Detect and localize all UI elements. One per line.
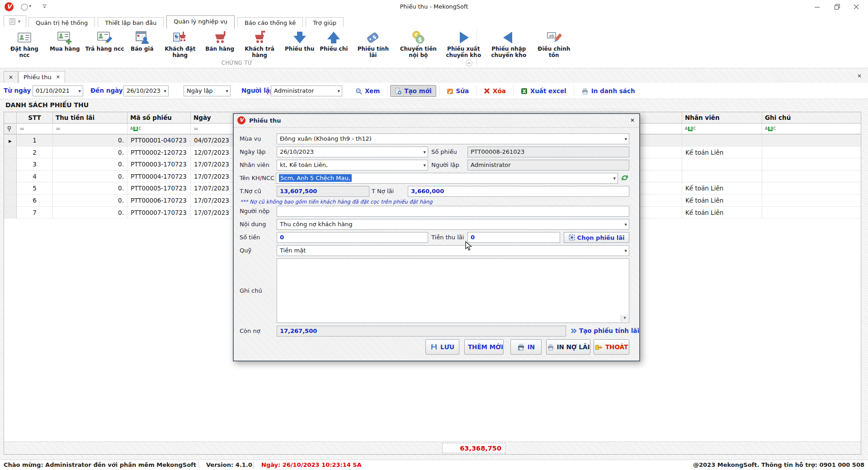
ribbon-item-tra-hang-ncc[interactable]: Trả hàng ncc bbox=[83, 28, 127, 53]
creator-field: Administrator bbox=[467, 160, 629, 171]
restore-icon[interactable] bbox=[834, 3, 841, 10]
creator-combo[interactable]: Administrator▼ bbox=[271, 85, 342, 96]
status-copyright: @2023 MekongSoft. Thông tin hỗ trợ: 0901… bbox=[693, 461, 864, 468]
customer-combo[interactable]: 5cm, Anh 5 Chệch Mau, ▼ bbox=[276, 173, 618, 184]
filter-bar: Từ ngày 01/10/2021▼ Đến ngày 26/10/2023▼… bbox=[0, 83, 868, 99]
print-button[interactable]: IN bbox=[510, 339, 542, 355]
ribbon-item-khach-dat-hang[interactable]: Khách đặt hàng bbox=[157, 28, 203, 60]
close-icon[interactable] bbox=[853, 3, 860, 10]
chevron-down-icon[interactable]: ▼ bbox=[621, 315, 628, 322]
delete-button[interactable]: Xóa bbox=[479, 85, 510, 97]
row-selector bbox=[4, 195, 17, 207]
ribbon-item-phieu-chi[interactable]: Phiếu chi bbox=[317, 28, 350, 53]
ribbon-item-phieu-xuat-chuyen-kho[interactable]: Phiếu xuất chuyển kho bbox=[441, 28, 486, 60]
interest-amount-input[interactable]: 0 bbox=[467, 232, 560, 243]
interest-debt-field: 3,660,000 bbox=[408, 186, 629, 197]
customer-label: Tên KH/NCC bbox=[240, 175, 274, 181]
receipt-dialog: V Phiếu thu ✕ Mùa vụ Đông xuân (Khoảng t… bbox=[233, 113, 640, 361]
cell-code: PTT00005-170723 bbox=[127, 182, 191, 195]
payer-label: Người nộp bbox=[240, 208, 269, 214]
amount-input[interactable]: 0 bbox=[277, 232, 428, 243]
abc-filter-icon: ABC bbox=[765, 127, 776, 131]
close-all-tab-button[interactable]: ✕ bbox=[4, 71, 18, 83]
equals-filter-icon: = bbox=[193, 124, 198, 134]
from-date-combo[interactable]: 01/10/2021▼ bbox=[33, 85, 83, 96]
date-combo[interactable]: 26/10/2023▼ bbox=[277, 147, 428, 157]
doc-tab-phieu-thu[interactable]: Phiếu thu ✕ bbox=[19, 71, 65, 83]
minimize-icon[interactable] bbox=[814, 3, 821, 10]
stock-adjust-icon: ab bbox=[546, 29, 561, 46]
filter-code[interactable]: ABC bbox=[127, 123, 191, 134]
ribbon-item-khach-tra-hang[interactable]: Khách trả hàng bbox=[237, 28, 282, 60]
print-interest-debt-button[interactable]: IN NỢ LÃI bbox=[546, 339, 590, 355]
date-label: Ngày lập bbox=[240, 148, 266, 155]
cell-note bbox=[762, 134, 861, 147]
header-note[interactable]: Ghi chú bbox=[762, 112, 861, 123]
warehouse-in-icon bbox=[501, 29, 516, 46]
fund-combo[interactable]: Tiền mặt▼ bbox=[277, 245, 629, 256]
interest-tag-icon: $ bbox=[365, 29, 381, 46]
ribbon-item-bao-gia[interactable]: Báo giá bbox=[127, 28, 157, 53]
create-interest-receipt-button[interactable]: Tạo phiếu tính lãi bbox=[571, 327, 639, 334]
dialog-title: Phiếu thu bbox=[249, 117, 281, 124]
header-interest[interactable]: Thu tiền lãi bbox=[53, 112, 127, 123]
payer-input[interactable] bbox=[277, 206, 629, 217]
ribbon-item-phieu-tinh-lai[interactable]: $ Phiếu tính lãi bbox=[350, 28, 396, 60]
interest-debt-label: T Nợ lãi bbox=[372, 188, 394, 195]
svg-text:$: $ bbox=[418, 36, 422, 43]
save-button[interactable]: LƯU bbox=[425, 339, 459, 355]
ribbon-item-phieu-thu[interactable]: Phiếu thu bbox=[282, 28, 317, 53]
search-icon bbox=[355, 88, 362, 95]
season-combo[interactable]: Đông xuân (Khoảng th9 - th12)▼ bbox=[277, 133, 629, 144]
edit-button[interactable]: Sửa bbox=[442, 85, 473, 97]
filter-interest[interactable]: = bbox=[53, 123, 127, 134]
cell-note bbox=[762, 171, 861, 183]
ribbon-item-dieu-chinh-ton[interactable]: ab Điều chỉnh tồn bbox=[531, 28, 576, 60]
print-list-button[interactable]: In danh sách bbox=[577, 85, 640, 97]
close-icon[interactable]: ✕ bbox=[857, 73, 862, 79]
internal-transfer-coins-icon: €$ bbox=[410, 29, 426, 46]
close-icon[interactable]: ✕ bbox=[56, 74, 60, 80]
create-new-button[interactable]: Tạo mới bbox=[390, 85, 436, 97]
status-welcome: Chào mừng: Administrator đến với phần mề… bbox=[4, 461, 196, 468]
window-title: Phiếu thu - MekongSoft bbox=[0, 3, 868, 10]
ribbon-separator bbox=[476, 30, 477, 65]
view-button[interactable]: Xem bbox=[351, 85, 384, 97]
menu-main-icon-tab[interactable]: ▼ bbox=[4, 15, 26, 28]
refresh-icon[interactable] bbox=[621, 174, 629, 183]
doc-tab-label: Phiếu thu bbox=[24, 74, 52, 81]
payment-up-arrow-icon bbox=[326, 29, 341, 46]
cell-interest: 0. bbox=[53, 195, 127, 207]
employee-combo[interactable]: kt, Kế toán Liên,▼ bbox=[277, 160, 428, 171]
cell-stt: 2 bbox=[17, 147, 53, 159]
filter-note[interactable]: ABC bbox=[762, 123, 861, 134]
date-field-combo[interactable]: Ngày lập▼ bbox=[184, 85, 231, 96]
header-stt[interactable]: STT bbox=[17, 112, 53, 123]
cell-note bbox=[762, 158, 861, 171]
add-new-button[interactable]: THÊM MỚI bbox=[464, 339, 504, 355]
ribbon-item-ban-hang[interactable]: Bán hàng bbox=[203, 28, 237, 53]
dialog-titlebar[interactable]: V Phiếu thu ✕ bbox=[234, 114, 639, 128]
chevron-down-icon: ▼ bbox=[625, 246, 627, 256]
cell-interest: 0. bbox=[53, 134, 127, 147]
tab-quan-ly-nghiep-vu[interactable]: Quản lý nghiệp vụ bbox=[166, 15, 235, 28]
header-code[interactable]: Mã số phiếu bbox=[127, 112, 191, 123]
choose-interest-receipt-button[interactable]: Chọn phiếu lãi bbox=[564, 232, 629, 243]
export-excel-button[interactable]: X Xuất excel bbox=[516, 85, 571, 97]
table-total-row: 63,368,750 bbox=[4, 442, 861, 454]
filter-stt[interactable]: = bbox=[17, 123, 53, 134]
exit-button[interactable]: THOÁT bbox=[594, 339, 629, 355]
ribbon-collapse-icon[interactable] bbox=[466, 60, 472, 66]
filter-employee[interactable]: ABC bbox=[682, 123, 762, 134]
ribbon-item-dat-hang-ncc[interactable]: Đặt hàng ncc bbox=[2, 28, 47, 60]
ribbon-item-mua-hang[interactable]: Mua hàng bbox=[47, 28, 83, 53]
memo-field[interactable]: ▼ bbox=[277, 258, 629, 323]
customer-order-icon bbox=[172, 29, 188, 46]
close-icon[interactable]: ✕ bbox=[630, 117, 635, 123]
ribbon-item-chuyen-tien-noi-bo[interactable]: €$ Chuyển tiền nội bộ bbox=[396, 28, 441, 60]
header-employee[interactable]: Nhân viên bbox=[682, 112, 762, 123]
cell-employee: Kế toán Liên bbox=[682, 195, 762, 207]
to-date-combo[interactable]: 26/10/2023▼ bbox=[123, 85, 169, 96]
content-combo[interactable]: Thu công nợ khách hàng▼ bbox=[277, 219, 629, 230]
ribbon-item-phieu-nhap-chuyen-kho[interactable]: Phiếu nhập chuyển kho bbox=[486, 28, 531, 60]
